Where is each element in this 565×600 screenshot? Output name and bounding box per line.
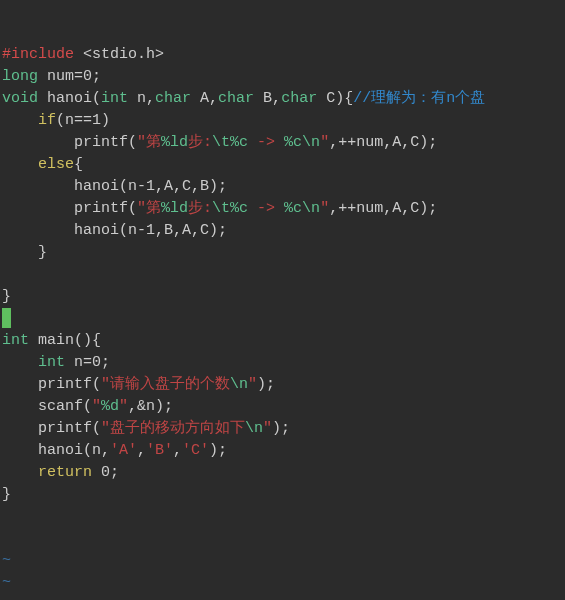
type-keyword: long xyxy=(2,68,38,85)
code-text: n=0; xyxy=(65,354,110,371)
brace: } xyxy=(38,244,47,261)
string: 步: xyxy=(188,200,212,217)
code-line xyxy=(2,310,11,327)
code-text: 0; xyxy=(92,464,119,481)
code-line: hanoi(n-1,B,A,C); xyxy=(2,222,227,239)
code-line: } xyxy=(2,244,47,261)
code-text: C){ xyxy=(317,90,353,107)
string: 步: xyxy=(188,134,212,151)
code-line: if(n==1) xyxy=(2,112,110,129)
comment: //理解为：有n个盘 xyxy=(353,90,485,107)
editor-viewport[interactable]: #include <stdio.h> long num=0; void hano… xyxy=(2,44,565,600)
code-text: ); xyxy=(257,376,275,393)
keyword-if: if xyxy=(38,112,56,129)
format-spec: %d xyxy=(101,398,119,415)
tilde-marker: ~ xyxy=(2,574,11,591)
code-line: void hanoi(int n,char A,char B,char C){/… xyxy=(2,90,485,107)
code-line: else{ xyxy=(2,156,83,173)
code-text: ); xyxy=(209,442,227,459)
empty-line xyxy=(2,530,11,547)
code-text: ,++num,A,C); xyxy=(329,200,437,217)
code-text: printf( xyxy=(38,420,101,437)
code-text: hanoi( xyxy=(38,90,101,107)
preprocessor: #include xyxy=(2,46,74,63)
keyword-else: else xyxy=(38,156,74,173)
code-text: main(){ xyxy=(29,332,101,349)
string: " xyxy=(92,398,101,415)
cursor xyxy=(2,308,11,328)
code-line: int n=0; xyxy=(2,354,110,371)
string: " xyxy=(263,420,272,437)
code-text: , xyxy=(173,442,182,459)
code-line: } xyxy=(2,288,11,305)
code-line: hanoi(n-1,A,C,B); xyxy=(2,178,227,195)
escape: \n xyxy=(230,376,248,393)
string: "第 xyxy=(137,134,161,151)
code-line: printf("请输入盘子的个数\n"); xyxy=(2,376,275,393)
string: -> xyxy=(248,134,284,151)
code-line: long num=0; xyxy=(2,68,101,85)
code-text: { xyxy=(74,156,83,173)
code-text: printf( xyxy=(38,376,101,393)
code-line: hanoi(n,'A','B','C'); xyxy=(2,442,227,459)
code-line: int main(){ xyxy=(2,332,101,349)
brace: } xyxy=(2,486,11,503)
format-spec: %c\n xyxy=(284,200,320,217)
string: "第 xyxy=(137,200,161,217)
brace: } xyxy=(2,288,11,305)
string: "请输入盘子的个数 xyxy=(101,376,230,393)
char-literal: 'C' xyxy=(182,442,209,459)
code-text: A, xyxy=(191,90,218,107)
code-text: n, xyxy=(128,90,155,107)
type-keyword: int xyxy=(38,354,65,371)
code-text: num=0; xyxy=(38,68,101,85)
code-text: hanoi(n-1,A,C,B); xyxy=(74,178,227,195)
string: " xyxy=(119,398,128,415)
code-text: B, xyxy=(254,90,281,107)
code-text: printf( xyxy=(74,200,137,217)
code-text: ); xyxy=(272,420,290,437)
type-keyword: char xyxy=(281,90,317,107)
tilde-marker: ~ xyxy=(2,552,11,569)
code-line: scanf("%d",&n); xyxy=(2,398,173,415)
char-literal: 'B' xyxy=(146,442,173,459)
format-spec: \t%c xyxy=(212,134,248,151)
format-spec: %c\n xyxy=(284,134,320,151)
char-literal: 'A' xyxy=(110,442,137,459)
escape: \n xyxy=(245,420,263,437)
code-line: } xyxy=(2,486,11,503)
type-keyword: char xyxy=(218,90,254,107)
string: -> xyxy=(248,200,284,217)
code-text: ,&n); xyxy=(128,398,173,415)
code-text: hanoi(n-1,B,A,C); xyxy=(74,222,227,239)
string: "盘子的移动方向如下 xyxy=(101,420,245,437)
code-text: hanoi(n, xyxy=(38,442,110,459)
format-spec: \t%c xyxy=(212,200,248,217)
code-text: printf( xyxy=(74,134,137,151)
code-text: ,++num,A,C); xyxy=(329,134,437,151)
format-spec: %ld xyxy=(161,134,188,151)
tilde-marker: ~ xyxy=(2,596,11,600)
code-line: printf("盘子的移动方向如下\n"); xyxy=(2,420,290,437)
header-name: <stdio.h> xyxy=(74,46,164,63)
code-text: , xyxy=(137,442,146,459)
string: " xyxy=(320,134,329,151)
code-line: printf("第%ld步:\t%c -> %c\n",++num,A,C); xyxy=(2,134,437,151)
code-line: printf("第%ld步:\t%c -> %c\n",++num,A,C); xyxy=(2,200,437,217)
code-text: (n==1) xyxy=(56,112,110,129)
type-keyword: char xyxy=(155,90,191,107)
code-line: #include <stdio.h> xyxy=(2,46,164,63)
type-keyword: void xyxy=(2,90,38,107)
string: " xyxy=(248,376,257,393)
code-line: return 0; xyxy=(2,464,119,481)
format-spec: %ld xyxy=(161,200,188,217)
string: " xyxy=(320,200,329,217)
empty-line xyxy=(2,508,11,525)
code-text: scanf( xyxy=(38,398,92,415)
keyword-return: return xyxy=(38,464,92,481)
type-keyword: int xyxy=(2,332,29,349)
type-keyword: int xyxy=(101,90,128,107)
